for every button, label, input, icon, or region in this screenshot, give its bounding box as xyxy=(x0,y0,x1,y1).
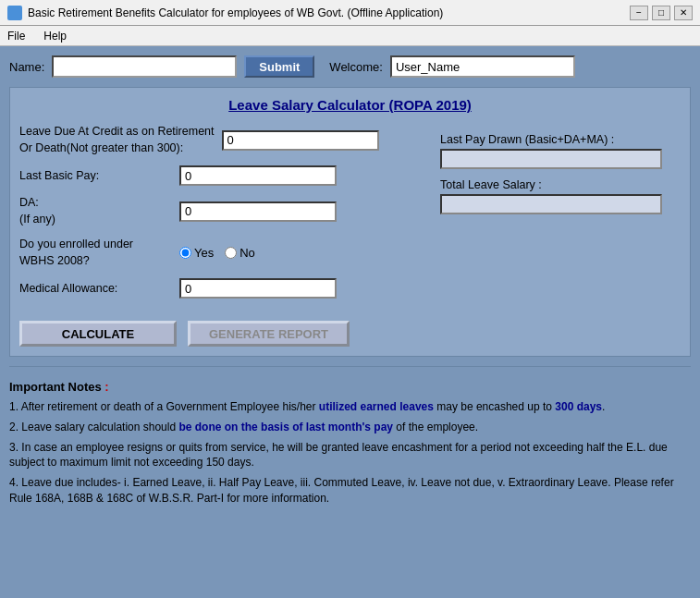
wbhs-yes-option[interactable]: Yes xyxy=(179,246,214,260)
calculate-button[interactable]: CALCULATE xyxy=(19,321,177,347)
notes-colon: : xyxy=(104,380,108,394)
wbhs-yes-radio[interactable] xyxy=(179,247,191,259)
note-item-1: 1. After retirement or death of a Govern… xyxy=(9,399,691,415)
da-input[interactable] xyxy=(179,201,337,222)
leave-due-row: Leave Due At Credit as on RetirementOr D… xyxy=(19,124,422,156)
file-menu[interactable]: File xyxy=(4,29,29,43)
calculator-box: Leave Salary Calculator (ROPA 2019) Leav… xyxy=(9,87,691,357)
note-item-4: 4. Leave due includes- i. Earned Leave, … xyxy=(9,475,691,506)
total-leave-salary-label: Total Leave Salary : xyxy=(440,178,681,191)
name-input[interactable] xyxy=(52,55,237,78)
wbhs-label: Do you enrolled underWBHS 2008? xyxy=(19,237,172,269)
wbhs-row: Do you enrolled underWBHS 2008? Yes No xyxy=(19,237,422,269)
menu-bar: File Help xyxy=(0,26,700,46)
leave-due-label: Leave Due At Credit as on RetirementOr D… xyxy=(19,124,215,156)
wbhs-no-radio[interactable] xyxy=(225,247,237,259)
wbhs-radio-group: Yes No xyxy=(179,246,255,260)
note-item-3: 3. In case an employee resigns or quits … xyxy=(9,440,691,471)
help-menu[interactable]: Help xyxy=(40,29,70,43)
app-title: Basic Retirement Benefits Calculator for… xyxy=(28,6,443,19)
medical-allowance-row: Medical Allowance: xyxy=(19,278,422,299)
medical-allowance-label: Medical Allowance: xyxy=(19,281,172,296)
da-row: DA:(If any) xyxy=(19,195,422,227)
last-basic-pay-input[interactable] xyxy=(179,165,337,186)
last-pay-drawn-label: Last Pay Drawn (Basic+DA+MA) : xyxy=(440,133,681,146)
leave-due-input[interactable] xyxy=(222,130,379,151)
total-leave-salary-input xyxy=(440,194,662,214)
welcome-label: Welcome: xyxy=(329,60,383,74)
form-area: Leave Due At Credit as on RetirementOr D… xyxy=(19,124,681,308)
title-bar-left: Basic Retirement Benefits Calculator for… xyxy=(7,6,443,20)
main-window: Name: Submit Welcome: Leave Salary Calcu… xyxy=(0,46,700,598)
generate-report-button[interactable]: GENERATE REPORT xyxy=(188,321,350,347)
form-left: Leave Due At Credit as on RetirementOr D… xyxy=(19,124,422,308)
maximize-button[interactable]: □ xyxy=(652,6,670,20)
section-divider xyxy=(9,366,691,367)
wbhs-no-label: No xyxy=(239,246,255,260)
wbhs-yes-label: Yes xyxy=(194,246,214,260)
welcome-input[interactable] xyxy=(390,55,575,78)
last-basic-pay-row: Last Basic Pay: xyxy=(19,165,422,186)
da-label: DA:(If any) xyxy=(19,195,172,227)
title-bar: Basic Retirement Benefits Calculator for… xyxy=(0,0,700,26)
medical-allowance-input[interactable] xyxy=(179,278,337,299)
wbhs-no-option[interactable]: No xyxy=(225,246,255,260)
app-icon xyxy=(7,6,22,20)
note-item-2: 2. Leave salary calculation should be do… xyxy=(9,420,691,435)
form-right: Last Pay Drawn (Basic+DA+MA) : Total Lea… xyxy=(440,124,681,308)
calculator-title: Leave Salary Calculator (ROPA 2019) xyxy=(19,97,681,113)
name-label: Name: xyxy=(9,60,44,74)
notes-section: Important Notes : 1. After retirement or… xyxy=(9,376,691,515)
close-button[interactable]: ✕ xyxy=(674,6,693,20)
last-pay-drawn-input xyxy=(440,149,662,169)
minimize-button[interactable]: − xyxy=(630,6,648,20)
button-row: CALCULATE GENERATE REPORT xyxy=(19,321,681,347)
notes-title: Important Notes : xyxy=(9,380,691,394)
top-row: Name: Submit Welcome: xyxy=(9,55,691,78)
title-bar-controls: − □ ✕ xyxy=(630,6,693,20)
last-basic-pay-label: Last Basic Pay: xyxy=(19,168,172,183)
submit-button[interactable]: Submit xyxy=(244,55,314,78)
